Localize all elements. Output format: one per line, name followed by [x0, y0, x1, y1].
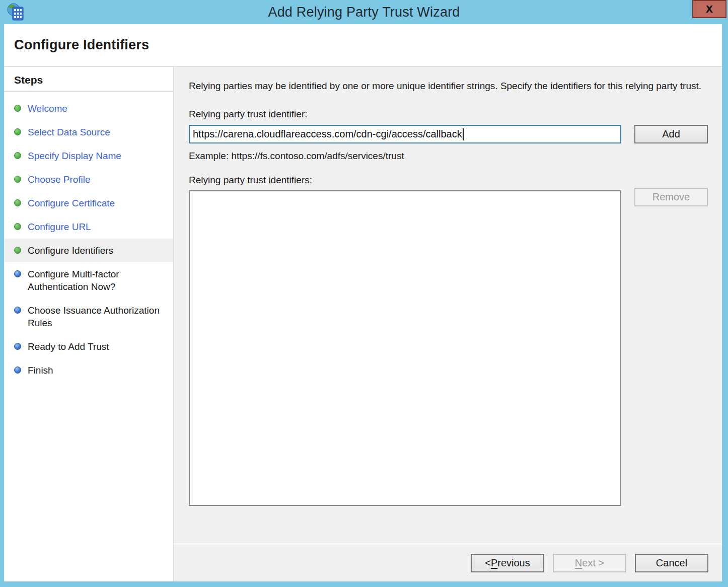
- adfs-app-icon: [7, 3, 25, 22]
- step-configure-url: Configure URL: [4, 215, 173, 239]
- step-done-bullet-icon: [14, 105, 21, 112]
- step-label: Configure Identifiers: [28, 244, 113, 257]
- cancel-button[interactable]: Cancel: [635, 554, 708, 572]
- step-upcoming-bullet-icon: [14, 366, 21, 374]
- steps-heading: Steps: [4, 67, 173, 92]
- step-label: Specify Display Name: [28, 150, 121, 162]
- page-description: Relying parties may be identified by one…: [189, 79, 707, 93]
- dialog-surface: Configure Identifiers Steps Welcome Sele…: [4, 24, 722, 581]
- step-choose-issuance-rules: Choose Issuance Authorization Rules: [4, 299, 173, 335]
- step-upcoming-bullet-icon: [14, 270, 21, 277]
- step-label: Choose Issuance Authorization Rules: [28, 304, 167, 329]
- next-button[interactable]: Next >: [553, 554, 626, 572]
- footer-button-bar: < Previous Next > Cancel: [174, 543, 722, 581]
- step-configure-identifiers-current: Configure Identifiers: [4, 239, 173, 262]
- text-caret: [463, 128, 464, 140]
- step-specify-display-name: Specify Display Name: [4, 144, 173, 168]
- step-done-bullet-icon: [14, 223, 21, 230]
- step-label: Configure Certificate: [28, 197, 115, 209]
- steps-list: Welcome Select Data Source Specify Displ…: [4, 92, 173, 382]
- step-configure-mfa: Configure Multi-factor Authentication No…: [4, 262, 173, 299]
- step-configure-certificate: Configure Certificate: [4, 191, 173, 215]
- step-upcoming-bullet-icon: [14, 307, 21, 314]
- step-upcoming-bullet-icon: [14, 343, 21, 350]
- step-label: Configure Multi-factor Authentication No…: [28, 268, 167, 293]
- page-header: Configure Identifiers: [4, 24, 722, 67]
- remove-button[interactable]: Remove: [634, 188, 708, 206]
- step-label: Welcome: [28, 102, 67, 115]
- step-welcome: Welcome: [4, 97, 173, 120]
- steps-sidebar: Steps Welcome Select Data Source Specify…: [4, 67, 174, 581]
- identifier-input[interactable]: https://carena.cloudflareaccess.com/cdn-…: [189, 125, 621, 143]
- previous-button[interactable]: < Previous: [471, 554, 544, 572]
- content-pane: Relying parties may be identified by one…: [174, 67, 722, 543]
- step-done-bullet-icon: [14, 152, 21, 159]
- identifiers-listbox[interactable]: [189, 190, 621, 506]
- step-done-bullet-icon: [14, 247, 21, 254]
- step-label: Select Data Source: [28, 126, 110, 138]
- step-label: Finish: [28, 364, 53, 377]
- identifiers-list-label: Relying party trust identifiers:: [189, 175, 708, 186]
- step-finish: Finish: [4, 358, 173, 382]
- add-button[interactable]: Add: [634, 125, 708, 143]
- step-label: Configure URL: [28, 221, 91, 233]
- window-title: Add Relying Party Trust Wizard: [268, 5, 460, 20]
- step-label: Choose Profile: [28, 173, 91, 186]
- step-done-bullet-icon: [14, 128, 21, 135]
- close-button[interactable]: x: [692, 0, 726, 18]
- titlebar[interactable]: Add Relying Party Trust Wizard x: [0, 0, 728, 24]
- step-select-data-source: Select Data Source: [4, 120, 173, 144]
- wizard-window: Add Relying Party Trust Wizard x Configu…: [0, 0, 728, 587]
- step-ready-to-add-trust: Ready to Add Trust: [4, 335, 173, 358]
- step-done-bullet-icon: [14, 176, 21, 183]
- example-text: Example: https://fs.contoso.com/adfs/ser…: [189, 151, 708, 162]
- step-label: Ready to Add Trust: [28, 340, 109, 353]
- page-title: Configure Identifiers: [14, 37, 149, 53]
- identifier-input-value: https://carena.cloudflareaccess.com/cdn-…: [193, 128, 462, 140]
- step-done-bullet-icon: [14, 199, 21, 206]
- step-choose-profile: Choose Profile: [4, 168, 173, 191]
- identifier-field-label: Relying party trust identifier:: [189, 109, 708, 120]
